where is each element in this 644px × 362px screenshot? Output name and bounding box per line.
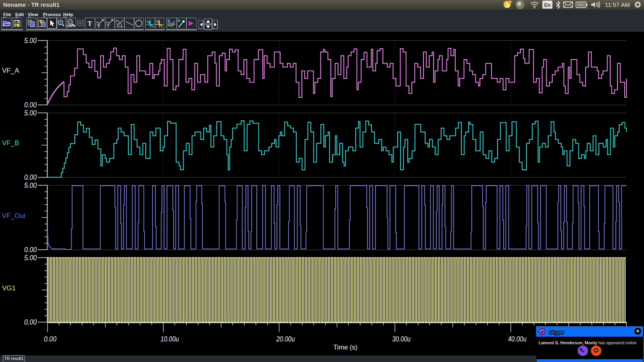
svg-text:VF_A: VF_A [2,67,19,74]
svg-text:100%: 100% [66,24,75,28]
svg-text:40.00u: 40.00u [508,335,526,343]
svg-text:VF_B: VF_B [2,139,19,147]
svg-text:0.00: 0.00 [24,101,37,109]
svg-text:5.00: 5.00 [24,181,37,189]
svg-text:?: ? [107,24,109,27]
svg-text:20.00u: 20.00u [276,335,295,343]
svg-text:x: x [121,24,123,27]
svg-text:5.00: 5.00 [24,37,37,45]
svg-text:a: a [149,19,151,23]
svg-text:30.00u: 30.00u [392,335,411,343]
svg-text:5.00: 5.00 [24,254,37,262]
svg-text:T: T [97,24,100,27]
svg-text:VF_Out: VF_Out [2,212,26,220]
svg-text:T: T [88,20,92,26]
svg-text:En: En [544,2,551,8]
svg-text:0.00: 0.00 [24,318,37,326]
svg-text:0.00: 0.00 [24,246,37,254]
svg-text:b: b [158,19,160,23]
svg-text:0.00: 0.00 [44,335,56,343]
svg-text:Time (s): Time (s) [333,343,357,351]
svg-text:VG1: VG1 [2,284,16,292]
svg-text:0.00: 0.00 [24,173,37,181]
svg-text:5.00: 5.00 [24,109,37,117]
svg-text:10.00u: 10.00u [161,335,179,343]
